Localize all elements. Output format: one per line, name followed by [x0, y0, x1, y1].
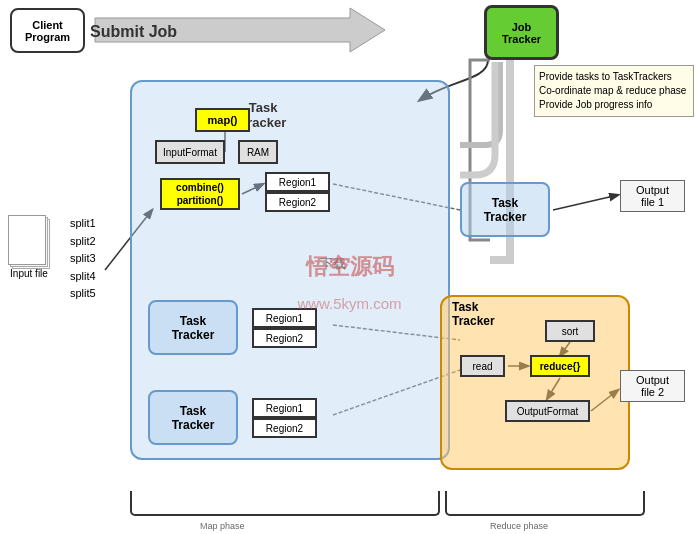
- region-group-2: Region1 Region2: [252, 398, 317, 438]
- sort-box: sort: [545, 320, 595, 342]
- task-tracker-right-mid: Task Tracker: [460, 182, 550, 237]
- submit-job-area: Submit Job: [90, 12, 370, 52]
- map-box: map(): [195, 108, 250, 132]
- right-brace-label: Reduce phase: [490, 521, 548, 531]
- task-tracker-box-1: Task Tracker: [148, 300, 238, 355]
- region2-group2: Region2: [252, 418, 317, 438]
- info-box: Provide tasks to TaskTrackers Co-ordinat…: [534, 65, 694, 117]
- region2-group1: Region2: [252, 328, 317, 348]
- read-box: read: [460, 355, 505, 377]
- client-program-label: Client Program: [25, 19, 70, 43]
- input-file-label: Input file: [8, 268, 50, 279]
- inputformat-box: InputFormat: [155, 140, 225, 164]
- outputformat-box: OutputFormat: [505, 400, 590, 422]
- task-tracker-box-2: Task Tracker: [148, 390, 238, 445]
- output-file-1-label: Outputfile 1: [636, 184, 669, 208]
- reducer-tt-label: Task Tracker: [452, 300, 495, 328]
- combine-box-label: combine() partition(): [176, 181, 224, 207]
- job-tracker-label: Job Tracker: [502, 21, 541, 45]
- job-tracker-box: Job Tracker: [484, 5, 559, 60]
- region-group-1: Region1 Region2: [252, 308, 317, 348]
- output-file-2-label: Outputfile 2: [636, 374, 669, 398]
- tt-box1-label: Task Tracker: [172, 314, 215, 342]
- split-2: split2: [70, 233, 96, 251]
- download-overlay: 下载: [320, 255, 346, 273]
- output-file-1: Outputfile 1: [620, 180, 685, 212]
- left-brace: [130, 491, 440, 516]
- tt-box2-label: Task Tracker: [172, 404, 215, 432]
- splits-list: split1 split2 split3 split4 split5: [70, 215, 96, 303]
- submit-job-label: Submit Job: [90, 23, 177, 41]
- region1-main: Region1: [265, 172, 330, 192]
- svg-line-11: [553, 195, 618, 210]
- split-1: split1: [70, 215, 96, 233]
- split-5: split5: [70, 285, 96, 303]
- diagram: Client Program Submit Job Job Tracker Pr…: [0, 0, 699, 534]
- region1-group1: Region1: [252, 308, 317, 328]
- region1-group2: Region1: [252, 398, 317, 418]
- combine-box: combine() partition(): [160, 178, 240, 210]
- reduce-box: reduce{}: [530, 355, 590, 377]
- client-program-box: Client Program: [10, 8, 85, 53]
- split-3: split3: [70, 250, 96, 268]
- right-brace: [445, 491, 645, 516]
- tt-right-mid-label: Task Tracker: [484, 196, 527, 224]
- output-file-2: Outputfile 2: [620, 370, 685, 402]
- split-4: split4: [70, 268, 96, 286]
- left-brace-label: Map phase: [200, 521, 245, 531]
- ram-box: RAM: [238, 140, 278, 164]
- region2-main: Region2: [265, 192, 330, 212]
